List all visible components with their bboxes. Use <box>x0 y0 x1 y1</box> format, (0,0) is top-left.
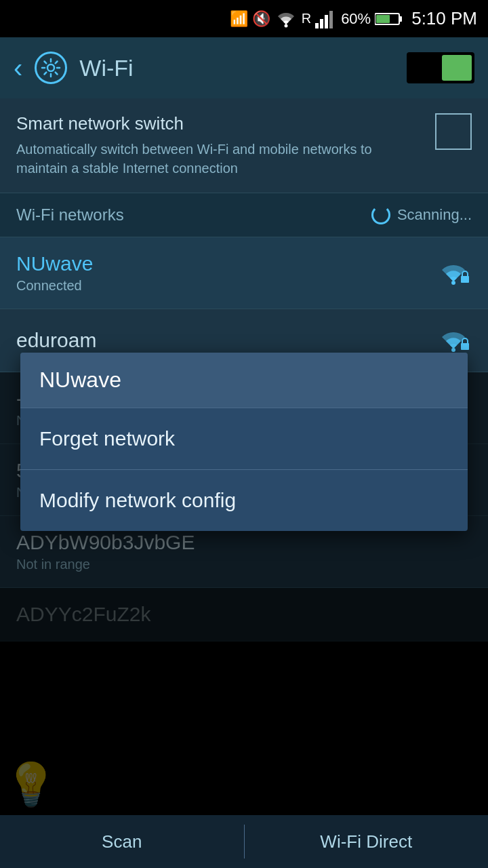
network-status-nuwave: Connected <box>16 278 93 294</box>
smart-network-switch-section: Smart network switch Automatically switc… <box>0 98 488 193</box>
context-menu-title: NUwave <box>20 353 468 408</box>
svg-rect-10 <box>461 276 469 283</box>
network-name-adyyc: ADYYc2FuZ2k <box>16 603 150 626</box>
battery-text: 60% <box>341 10 371 28</box>
scanning-text: Scanning... <box>397 206 472 224</box>
scanning-indicator: Scanning... <box>371 205 472 224</box>
bottom-bar: Scan Wi-Fi Direct <box>0 815 488 868</box>
bluetooth-icon: 📶 <box>230 10 248 28</box>
svg-point-11 <box>451 348 455 352</box>
toggle-on-indicator <box>442 55 472 81</box>
scanning-spinner <box>371 205 390 224</box>
network-info-adyyc: ADYYc2FuZ2k <box>16 603 150 626</box>
status-icons: 📶 🔇 R 60% 5:10 PM <box>230 8 477 29</box>
network-info-eduroam: eduroam <box>16 329 96 352</box>
signal-r-icon: R <box>302 11 311 26</box>
wifi-toggle[interactable] <box>407 52 474 83</box>
svg-point-9 <box>451 281 455 285</box>
wifi-status-icon <box>274 9 298 28</box>
svg-rect-3 <box>325 15 328 28</box>
network-name-adybw: ADYbW90b3JvbGE <box>16 531 195 554</box>
network-status-adybw: Not in range <box>16 557 195 572</box>
svg-point-0 <box>284 24 287 27</box>
smart-network-switch-description: Automatically switch between Wi-Fi and m… <box>16 140 424 178</box>
svg-rect-7 <box>376 15 390 23</box>
wifi-direct-button[interactable]: Wi-Fi Direct <box>245 825 489 859</box>
app-header: ‹ Wi-Fi <box>0 37 488 98</box>
mute-icon: 🔇 <box>252 10 270 28</box>
lightbulb-icon: 💡 <box>0 754 61 815</box>
svg-rect-2 <box>320 19 323 28</box>
smart-switch-checkbox[interactable] <box>435 113 472 150</box>
battery-icon <box>375 12 403 26</box>
wifi-signal-eduroam <box>435 324 472 357</box>
context-menu-modify-config[interactable]: Modify network config <box>20 470 468 531</box>
scan-button[interactable]: Scan <box>0 825 244 859</box>
svg-rect-4 <box>329 11 333 28</box>
svg-rect-12 <box>461 343 469 350</box>
context-menu-popup: NUwave Forget network Modify network con… <box>20 353 468 531</box>
context-menu-forget-network[interactable]: Forget network <box>20 408 468 469</box>
network-item-adyyc[interactable]: ADYYc2FuZ2k <box>0 588 488 642</box>
svg-rect-6 <box>399 16 402 22</box>
settings-icon <box>35 52 67 84</box>
signal-bars-icon <box>315 9 337 28</box>
time-display: 5:10 PM <box>411 8 477 29</box>
network-item-nuwave[interactable]: NUwave Connected <box>0 237 488 309</box>
wifi-networks-section-header: Wi-Fi networks Scanning... <box>0 193 488 237</box>
smart-network-switch-title: Smart network switch <box>16 113 424 134</box>
network-info-adybw: ADYbW90b3JvbGE Not in range <box>16 531 195 572</box>
status-bar: 📶 🔇 R 60% 5:10 PM <box>0 0 488 37</box>
back-button[interactable]: ‹ <box>14 53 22 83</box>
wifi-networks-label: Wi-Fi networks <box>16 205 124 224</box>
wifi-signal-nuwave <box>435 257 472 290</box>
svg-rect-1 <box>315 23 319 28</box>
page-title: Wi-Fi <box>79 55 394 81</box>
network-name-nuwave: NUwave <box>16 252 93 275</box>
svg-point-8 <box>47 64 54 71</box>
network-info-nuwave: NUwave Connected <box>16 252 93 294</box>
network-name-eduroam: eduroam <box>16 329 96 352</box>
